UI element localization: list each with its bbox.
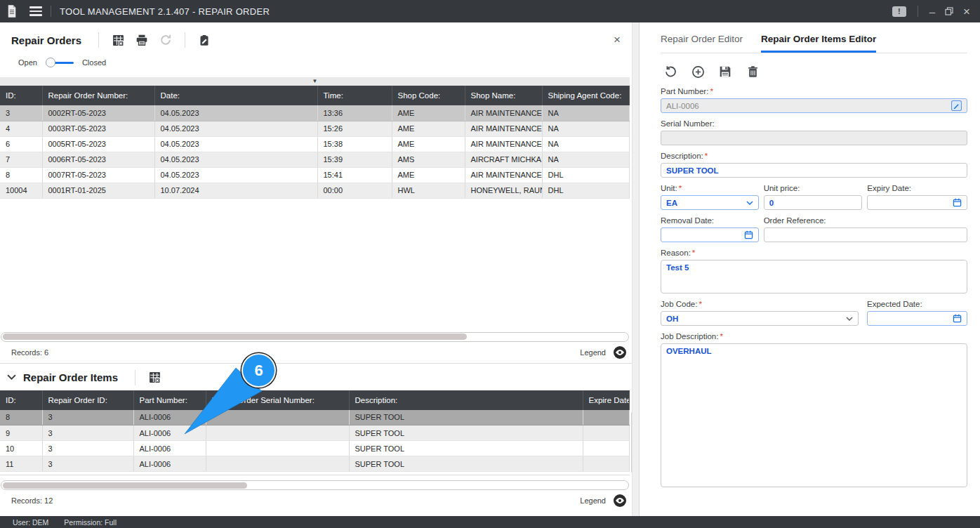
column-header[interactable]: Repair Order Number: bbox=[42, 86, 154, 105]
table-row[interactable]: 40003RT-05-202304.05.202315:26AMEAIR MAI… bbox=[0, 121, 630, 136]
export-excel-button[interactable] bbox=[109, 32, 127, 48]
table-row[interactable]: 83ALI-0006SUPER TOOL bbox=[0, 410, 630, 425]
panel-splitter[interactable] bbox=[632, 22, 640, 516]
calendar-icon[interactable] bbox=[744, 230, 753, 239]
table-cell: 3 bbox=[0, 105, 42, 121]
edit-button[interactable] bbox=[195, 32, 213, 48]
table-cell: HONEYWELL, RAUNH... bbox=[465, 183, 542, 198]
close-panel-button[interactable]: × bbox=[614, 34, 621, 46]
expiry-date-field[interactable] bbox=[867, 195, 967, 210]
table-row[interactable]: 103ALI-0006SUPER TOOL bbox=[0, 441, 630, 456]
minimize-button[interactable]: – bbox=[929, 6, 935, 17]
column-header[interactable]: Shop Name: bbox=[465, 86, 542, 105]
repair-orders-table: ID:Repair Order Number:Date:Time:Shop Co… bbox=[0, 86, 630, 199]
removal-date-field[interactable] bbox=[661, 227, 759, 242]
table-row[interactable]: 80007RT-05-202304.05.202315:41AMEAIR MAI… bbox=[0, 167, 630, 183]
table-row[interactable]: 100040001RT-01-202510.07.202400:00HWLHON… bbox=[0, 183, 630, 198]
toggle-closed-label[interactable]: Closed bbox=[82, 58, 106, 67]
required-star: * bbox=[710, 87, 713, 95]
column-header[interactable]: Date: bbox=[154, 86, 317, 105]
table-cell: 7 bbox=[0, 152, 42, 167]
delete-button[interactable] bbox=[744, 63, 761, 80]
table-cell: DHL bbox=[542, 167, 630, 183]
reason-label: Reason:* bbox=[661, 249, 967, 257]
open-closed-toggle[interactable] bbox=[46, 58, 74, 67]
column-header[interactable]: Shop Code: bbox=[392, 86, 465, 105]
serial-number-field[interactable] bbox=[661, 131, 967, 145]
toggle-open-label[interactable]: Open bbox=[18, 58, 37, 67]
calendar-icon[interactable] bbox=[953, 314, 962, 323]
notification-icon[interactable]: ! bbox=[892, 6, 906, 17]
legend-eye-icon[interactable] bbox=[613, 345, 627, 359]
table-cell: 04.05.2023 bbox=[154, 121, 317, 136]
part-number-field[interactable]: ALI-0006 bbox=[661, 98, 967, 113]
close-button[interactable]: × bbox=[963, 6, 970, 18]
table-cell: 10.07.2024 bbox=[154, 183, 317, 198]
save-button[interactable] bbox=[717, 63, 734, 80]
table-cell: DHL bbox=[542, 183, 630, 198]
table-cell: NA bbox=[542, 105, 630, 121]
column-header[interactable]: Time: bbox=[317, 86, 392, 105]
job-code-select[interactable]: OH bbox=[661, 311, 859, 326]
legend-label: Legend bbox=[580, 496, 606, 505]
job-description-textarea[interactable]: OVERHAUL bbox=[661, 343, 967, 487]
column-header[interactable]: Repair Order ID: bbox=[42, 390, 133, 410]
table-row[interactable]: 30002RT-05-202304.05.202313:36AMEAIR MAI… bbox=[0, 105, 630, 121]
toolbar-separator bbox=[135, 370, 135, 385]
expected-date-field[interactable] bbox=[867, 311, 967, 326]
calendar-icon[interactable] bbox=[953, 198, 962, 207]
grid-collapse-strip[interactable]: ▼ bbox=[0, 77, 630, 86]
part-number-label: Part Number:* bbox=[661, 87, 967, 95]
column-header[interactable]: ID: bbox=[0, 390, 42, 410]
table-cell: ALI-0006 bbox=[133, 425, 206, 441]
table-cell bbox=[206, 410, 349, 425]
tab-repair-order-items-editor[interactable]: Repair Order Items Editor bbox=[761, 34, 876, 53]
statusbar: User: DEM Permission: Full bbox=[0, 516, 980, 528]
restore-button[interactable] bbox=[945, 6, 953, 17]
tab-repair-order-editor[interactable]: Repair Order Editor bbox=[661, 34, 743, 53]
chevron-down-icon bbox=[846, 317, 853, 321]
description-field[interactable]: SUPER TOOL bbox=[661, 163, 967, 178]
items-export-excel-button[interactable] bbox=[145, 369, 164, 386]
column-header[interactable]: Description: bbox=[349, 390, 583, 410]
hamburger-menu-icon[interactable] bbox=[29, 6, 42, 16]
table-cell: AIR MAINTENANCE E... bbox=[465, 167, 542, 183]
undo-refresh-button[interactable] bbox=[662, 63, 679, 80]
refresh-button[interactable] bbox=[157, 32, 175, 48]
section-chevron-icon[interactable] bbox=[7, 374, 16, 381]
collapse-arrow-icon: ▼ bbox=[312, 79, 318, 84]
table-cell: 15:26 bbox=[317, 121, 392, 136]
add-item-button[interactable] bbox=[689, 63, 706, 80]
expiry-date-label: Expiry Date:* bbox=[867, 184, 967, 192]
column-header[interactable]: ID: bbox=[0, 86, 42, 105]
unit-price-field[interactable]: 0 bbox=[764, 195, 863, 210]
table-row[interactable]: 93ALI-0006SUPER TOOL bbox=[0, 425, 630, 441]
reason-textarea[interactable]: Test 5 bbox=[661, 260, 967, 293]
part-number-lookup-icon[interactable] bbox=[951, 100, 962, 111]
table-cell: NA bbox=[542, 136, 630, 152]
column-header[interactable]: Part Number: bbox=[133, 390, 206, 410]
table-cell: 0001RT-01-2025 bbox=[42, 183, 154, 198]
column-header[interactable]: Shiping Agent Code: bbox=[542, 86, 630, 105]
column-header[interactable]: Repair Order Serial Number: bbox=[206, 390, 349, 410]
table-cell: AIR MAINTENANCE E... bbox=[465, 136, 542, 152]
items-horizontal-scrollbar[interactable] bbox=[1, 480, 629, 490]
print-button[interactable] bbox=[133, 32, 151, 48]
table-cell: 3 bbox=[42, 456, 133, 472]
table-row[interactable]: 113ALI-0006SUPER TOOL bbox=[0, 456, 630, 472]
unit-select[interactable]: EA bbox=[661, 195, 759, 210]
column-header[interactable]: Expire Date: bbox=[583, 390, 630, 410]
legend-eye-icon[interactable] bbox=[613, 494, 627, 508]
toolbar-separator bbox=[185, 32, 185, 48]
table-cell: AMS bbox=[392, 152, 465, 167]
titlebar-separator bbox=[51, 6, 51, 17]
orders-horizontal-scrollbar[interactable] bbox=[1, 332, 629, 342]
table-row[interactable]: 60005RT-05-202304.05.202315:38AMEAIR MAI… bbox=[0, 136, 630, 152]
table-cell: AIRCRAFT MICHKAS... bbox=[465, 152, 542, 167]
job-code-label: Job Code:* bbox=[661, 300, 859, 308]
order-reference-field[interactable] bbox=[764, 227, 967, 242]
table-cell: 0003RT-05-2023 bbox=[42, 121, 154, 136]
table-row[interactable]: 70006RT-05-202304.05.202315:39AMSAIRCRAF… bbox=[0, 152, 630, 167]
panel-title: Repair Orders bbox=[11, 34, 81, 46]
table-cell: 9 bbox=[0, 425, 42, 441]
